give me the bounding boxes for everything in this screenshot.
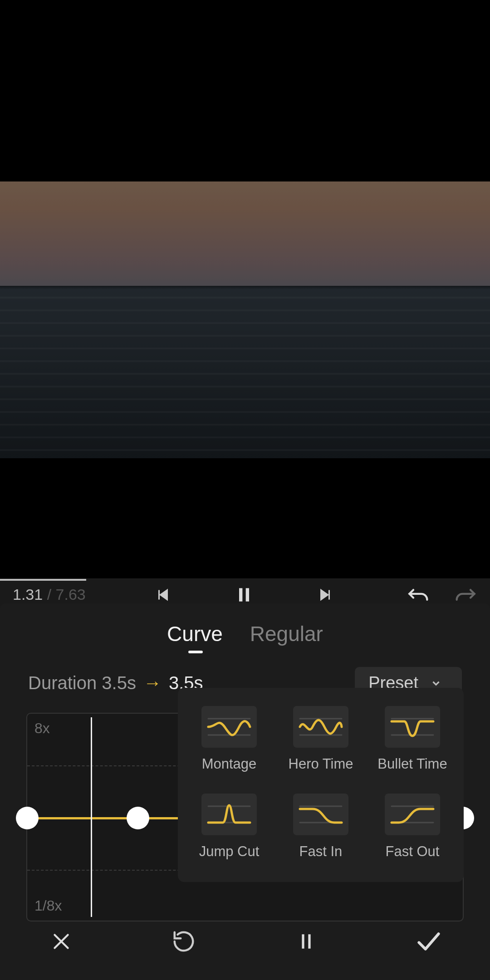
preset-label: Bullet Time (377, 756, 447, 772)
redo-icon[interactable] (453, 586, 476, 604)
bullet-time-icon (385, 706, 440, 748)
playhead[interactable] (91, 717, 92, 917)
prev-frame-icon[interactable] (154, 587, 171, 603)
preset-label: Fast In (299, 843, 343, 860)
pause-icon[interactable] (234, 585, 254, 605)
preset-hero-time[interactable]: Hero Time (286, 706, 356, 781)
preset-popover: Montage Hero Time Bullet Time Jump Cut F… (178, 688, 464, 882)
time-sep: / (43, 586, 55, 603)
duration-label: Duration (28, 673, 97, 693)
svg-rect-1 (246, 588, 249, 601)
video-preview[interactable] (0, 181, 490, 458)
tab-regular[interactable]: Regular (250, 622, 323, 651)
play-pause-button[interactable] (290, 925, 323, 958)
fast-in-icon (293, 794, 348, 835)
check-icon (416, 931, 442, 952)
axis-top-label: 8x (34, 720, 50, 737)
reset-button[interactable] (167, 925, 200, 958)
cancel-button[interactable] (45, 925, 78, 958)
preset-jump-cut[interactable]: Jump Cut (194, 794, 264, 868)
progress-bar[interactable] (0, 579, 86, 581)
preset-fast-in[interactable]: Fast In (286, 794, 356, 868)
panel-actions (0, 916, 490, 966)
jump-cut-icon (201, 794, 257, 835)
curve-keyframe[interactable] (16, 807, 39, 829)
close-icon (50, 930, 73, 953)
undo-icon[interactable] (407, 586, 431, 604)
speed-tabs: Curve Regular (0, 622, 490, 651)
tab-curve[interactable]: Curve (167, 622, 223, 651)
confirm-button[interactable] (412, 925, 445, 958)
preset-label: Hero Time (289, 756, 353, 772)
chevron-down-icon (430, 677, 442, 689)
speed-panel: Curve Regular Duration 3.5s → 3.5s Prese… (0, 603, 490, 980)
fast-out-icon (385, 794, 440, 835)
duration-before: 3.5s (97, 673, 136, 693)
time-total: 7.63 (56, 586, 86, 603)
preset-montage[interactable]: Montage (194, 706, 264, 781)
arrow-right-icon: → (143, 673, 162, 693)
montage-icon (201, 706, 257, 748)
next-frame-icon[interactable] (318, 587, 334, 603)
hero-time-icon (293, 706, 348, 748)
pause-icon (297, 930, 316, 953)
preset-bullet-time[interactable]: Bullet Time (377, 706, 447, 781)
preset-label: Jump Cut (199, 843, 260, 860)
reset-icon (172, 929, 196, 954)
preset-fast-out[interactable]: Fast Out (377, 794, 447, 868)
axis-bottom-label: 1/8x (34, 897, 62, 914)
time-current: 1.31 (13, 586, 43, 603)
curve-keyframe[interactable] (127, 807, 149, 829)
svg-rect-0 (239, 588, 242, 601)
preview-image (0, 286, 490, 458)
preset-label: Montage (202, 756, 257, 772)
preset-label: Fast Out (386, 843, 440, 860)
